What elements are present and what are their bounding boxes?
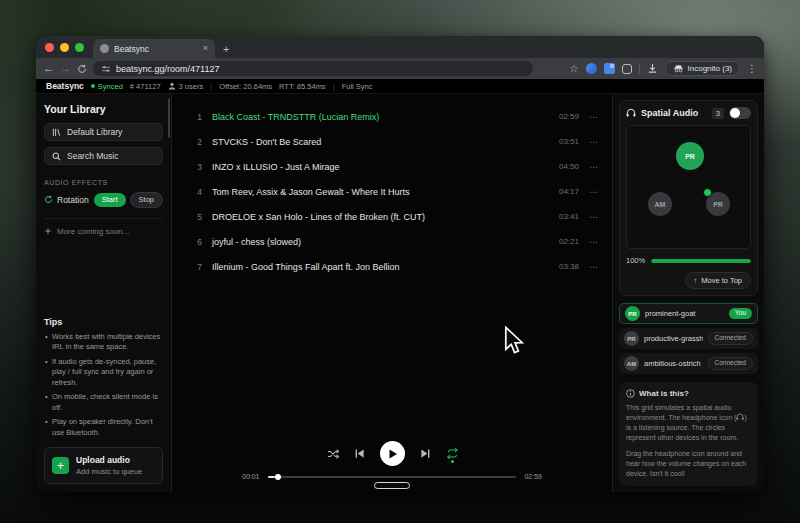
upload-audio-button[interactable]: + Upload audio Add music to queue [44, 447, 163, 484]
spatial-grid[interactable]: PR AM PR [626, 125, 751, 249]
track-menu-icon[interactable]: ⋯ [589, 262, 602, 272]
search-music-button[interactable]: Search Music [44, 147, 163, 165]
repeat-button[interactable] [446, 448, 458, 459]
close-window-button[interactable] [45, 43, 54, 52]
spatial-node-self[interactable]: PR [676, 142, 704, 170]
user-name: productive-grassho... [644, 334, 703, 343]
rotation-start-button[interactable]: Start [94, 193, 126, 207]
user-row[interactable]: PR prominent-goat You [619, 303, 758, 324]
play-button[interactable] [380, 441, 405, 466]
track-menu-icon[interactable]: ⋯ [589, 137, 602, 147]
rtt-value: RTT: 85.54ms [279, 82, 326, 91]
play-icon [388, 449, 398, 459]
track-menu-icon[interactable]: ⋯ [589, 162, 602, 172]
volume-row: 100% [626, 256, 751, 265]
extension-icon[interactable] [586, 63, 597, 74]
tip-item: Play on speaker directly. Don't use Blue… [44, 417, 163, 438]
track-title: Tom Reev, Assix & Jason Gewalt - Where I… [212, 187, 549, 197]
zoom-window-button[interactable] [75, 43, 84, 52]
track-number: 7 [190, 262, 202, 272]
avatar: AM [624, 356, 639, 371]
user-badge: Connected [708, 357, 753, 370]
rotation-label: Rotation [57, 195, 90, 205]
user-name: prominent-goat [645, 309, 724, 318]
window-controls [36, 36, 93, 58]
forward-button[interactable]: → [60, 63, 71, 74]
move-to-top-button[interactable]: ↑ Move to Top [685, 272, 751, 289]
volume-percent: 100% [626, 256, 645, 265]
browser-tab[interactable]: Beatsync × [93, 39, 215, 58]
seek-handle[interactable] [275, 474, 281, 480]
track-number: 4 [190, 187, 202, 197]
spatial-node-device[interactable]: AM [648, 192, 672, 216]
track-number: 1 [190, 112, 202, 122]
back-button[interactable]: ← [43, 63, 54, 74]
track-row[interactable]: 1 Black Coast - TRNDSTTR (Lucian Remix) … [190, 104, 602, 129]
player-controls [172, 441, 612, 466]
info-paragraph: This grid simulates a spatial audio envi… [626, 403, 751, 444]
spatial-title: Spatial Audio [641, 108, 707, 118]
library-title: Your Library [44, 103, 163, 115]
address-bar[interactable]: beatsync.gg/room/471127 [93, 61, 533, 76]
browser-menu-icon[interactable]: ⋮ [747, 64, 757, 74]
incognito-badge[interactable]: Incognito (3) [665, 61, 740, 76]
upload-title: Upload audio [76, 455, 142, 465]
room-number: # 471127 [130, 82, 161, 91]
sparkle-icon [44, 227, 52, 235]
user-row[interactable]: AM ambitious-ostrich Connected [619, 353, 758, 374]
track-row[interactable]: 5 DROELOE x San Holo - Lines of the Brok… [190, 204, 602, 229]
spatial-header: Spatial Audio 3 [626, 107, 751, 119]
spatial-toggle[interactable] [729, 107, 751, 119]
site-settings-icon[interactable] [101, 64, 111, 74]
track-row[interactable]: 3 INZO x ILLUSIO - Just A Mirage 04:50 ⋯ [190, 154, 602, 179]
bookmark-star-icon[interactable]: ☆ [570, 64, 579, 74]
extension-icon[interactable] [604, 63, 615, 74]
track-title: Illenium - Good Things Fall Apart ft. Jo… [212, 262, 549, 272]
shuffle-button[interactable] [327, 449, 339, 459]
url-text[interactable]: beatsync.gg/room/471127 [116, 64, 219, 74]
track-duration: 03:38 [559, 262, 579, 271]
track-duration: 03:41 [559, 212, 579, 221]
track-title: STVCKS - Don't Be Scared [212, 137, 549, 147]
minimize-window-button[interactable] [60, 43, 69, 52]
avatar: PR [624, 331, 639, 346]
downloads-icon[interactable] [647, 63, 658, 74]
track-duration: 02:21 [559, 237, 579, 246]
tab-title: Beatsync [114, 44, 198, 54]
statusbar-divider: | [210, 82, 212, 91]
sidebar-scrollbar[interactable] [168, 98, 170, 138]
track-number: 3 [190, 162, 202, 172]
track-row[interactable]: 6 joyful - chess (slowed) 02:21 ⋯ [190, 229, 602, 254]
info-header: What is this? [626, 389, 751, 398]
track-menu-icon[interactable]: ⋯ [589, 237, 602, 247]
default-library-button[interactable]: Default Library [44, 123, 163, 141]
tab-close-icon[interactable]: × [203, 44, 208, 53]
headphones-icon [626, 108, 636, 118]
track-menu-icon[interactable]: ⋯ [589, 112, 602, 122]
reload-button[interactable] [77, 64, 87, 74]
window-resize-handle[interactable] [374, 482, 410, 489]
track-menu-icon[interactable]: ⋯ [589, 212, 602, 222]
seek-bar[interactable] [268, 476, 517, 478]
track-menu-icon[interactable]: ⋯ [589, 187, 602, 197]
incognito-icon [673, 64, 684, 73]
full-sync-button[interactable]: Full Sync [342, 82, 373, 91]
next-track-button[interactable] [420, 448, 431, 459]
user-count: 3 users [168, 82, 204, 91]
rotation-icon [44, 195, 53, 204]
app-brand: Beatsync [46, 81, 84, 91]
track-row[interactable]: 2 STVCKS - Don't Be Scared 03:51 ⋯ [190, 129, 602, 154]
tips-title: Tips [44, 317, 163, 327]
listening-source-icon[interactable] [703, 188, 712, 197]
new-tab-button[interactable]: + [223, 43, 229, 55]
user-row[interactable]: PR productive-grassho... Connected [619, 328, 758, 349]
rotation-stop-button[interactable]: Stop [130, 192, 163, 208]
previous-track-button[interactable] [354, 448, 365, 459]
track-row[interactable]: 4 Tom Reev, Assix & Jason Gewalt - Where… [190, 179, 602, 204]
volume-bar[interactable] [651, 259, 751, 263]
track-row[interactable]: 7 Illenium - Good Things Fall Apart ft. … [190, 254, 602, 279]
total-time: 02:59 [524, 473, 542, 480]
tab-groups-icon[interactable] [622, 64, 632, 74]
tip-item: If audio gets de-synced, pause, play / f… [44, 357, 163, 389]
user-badge: Connected [708, 332, 753, 345]
